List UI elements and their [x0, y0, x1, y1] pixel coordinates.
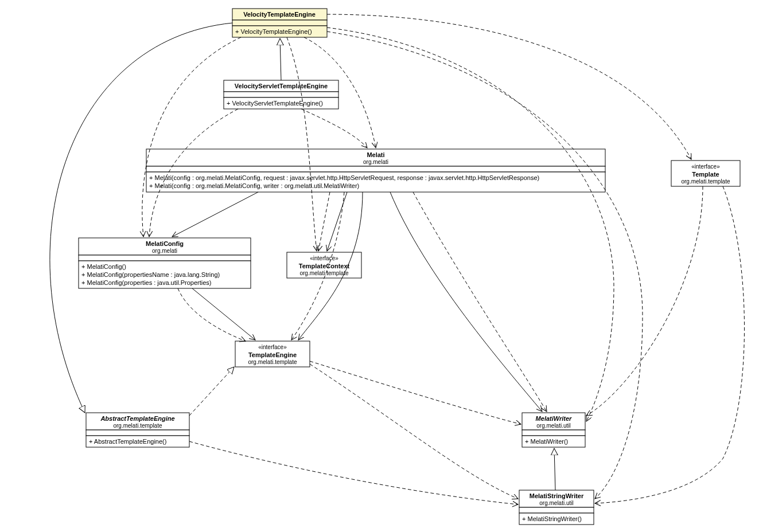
class-member: + MelatiConfig() [81, 263, 126, 270]
class-member: + VelocityServletTemplateEngine() [227, 100, 323, 107]
class-member: + Melati(config : org.melati.MelatiConfi… [149, 174, 539, 181]
edge-melati-to-melaticonfig [172, 192, 258, 237]
edge-templateengine-to-melatiwriter [310, 361, 521, 424]
edge-msw-to-mw [554, 448, 555, 490]
edge-melati-to-templatecontext [327, 192, 347, 251]
edge-vte-to-templatecontext [287, 37, 317, 251]
class-title: TemplateEngine [248, 351, 297, 358]
edge-templateengine-to-melatistringwriter [310, 364, 518, 499]
class-member: + Melati(config : org.melati.MelatiConfi… [149, 182, 359, 189]
uml-diagram: VelocityTemplateEngine + VelocityTemplat… [0, 0, 759, 532]
svg-rect-15 [86, 430, 189, 436]
class-title: TemplateContext [299, 263, 350, 269]
class-package: org.melati [152, 248, 177, 254]
svg-rect-7 [146, 166, 605, 172]
class-title: VelocityServletTemplateEngine [235, 83, 328, 89]
class-template-context: «interface» TemplateContext org.melati.t… [287, 252, 361, 278]
class-stereotype: «interface» [258, 344, 287, 350]
class-stereotype: «interface» [310, 255, 338, 261]
class-package: org.melati.template [113, 423, 162, 429]
class-title: Template [692, 171, 719, 178]
class-template: «interface» Template org.melati.template [671, 161, 740, 186]
class-template-engine: «interface» TemplateEngine org.melati.te… [235, 341, 310, 367]
class-title: MelatiStringWriter [530, 492, 584, 499]
class-member: + VelocityTemplateEngine() [235, 28, 312, 35]
svg-rect-4 [224, 92, 338, 97]
edge-vte-to-template [327, 14, 691, 159]
edge-vste-to-melati [301, 109, 367, 148]
edge-vste-to-vte [280, 38, 281, 80]
svg-rect-18 [522, 430, 585, 436]
class-title: MelatiWriter [536, 415, 572, 422]
class-title: MelatiConfig [146, 240, 184, 247]
class-melati: Melati org.melati + Melati(config : org.… [146, 149, 605, 192]
class-member: + AbstractTemplateEngine() [89, 438, 166, 445]
svg-rect-1 [232, 20, 327, 26]
class-title: Melati [367, 151, 384, 158]
edge-vte-to-ate [50, 23, 232, 413]
edge-template-to-melatiwriter [586, 186, 703, 416]
edge-melati-to-templatecontext-dep [318, 192, 330, 251]
class-package: org.melati.template [299, 270, 348, 276]
class-title: AbstractTemplateEngine [100, 415, 174, 422]
edge-ate-to-melatistringwriter [189, 441, 518, 504]
class-member: + MelatiStringWriter() [522, 515, 582, 522]
edge-vte-to-melatiwriter [327, 28, 614, 421]
edge-melaticonfig-to-templateengine-dep [178, 288, 246, 341]
class-package: org.melati.util [539, 500, 573, 506]
edge-ate-to-templateengine [189, 367, 234, 416]
class-package: org.melati.util [536, 423, 570, 429]
class-melati-string-writer: MelatiStringWriter org.melati.util + Mel… [519, 490, 594, 525]
class-velocity-template-engine: VelocityTemplateEngine + VelocityTemplat… [232, 9, 327, 37]
edge-vte-to-melatistringwriter [327, 32, 643, 499]
class-package: org.melati [363, 159, 388, 165]
class-melati-writer: MelatiWriter org.melati.util + MelatiWri… [522, 413, 585, 447]
class-member: + MelatiConfig(propertiesName : java.lan… [81, 271, 220, 278]
edge-melaticonfig-to-templateengine [192, 288, 255, 340]
class-package: org.melati.template [248, 359, 297, 365]
edge-melati-to-melatiwriter-dep [413, 192, 547, 412]
class-abstract-template-engine: AbstractTemplateEngine org.melati.templa… [86, 413, 189, 447]
edge-template-to-melatistringwriter-long [595, 186, 745, 503]
class-member: + MelatiWriter() [525, 438, 568, 445]
class-package: org.melati.template [681, 178, 730, 185]
class-melati-config: MelatiConfig org.melati + MelatiConfig()… [79, 238, 251, 288]
edge-melati-to-melatiwriter [390, 192, 542, 412]
class-stereotype: «interface» [691, 163, 720, 170]
svg-rect-21 [519, 507, 594, 513]
class-velocity-servlet-template-engine: VelocityServletTemplateEngine + Velocity… [224, 80, 338, 109]
class-title: VelocityTemplateEngine [243, 11, 316, 18]
edge-vte-to-melaticonfig [142, 37, 241, 237]
class-member: + MelatiConfig(properties : java.util.Pr… [81, 279, 212, 286]
svg-rect-10 [79, 255, 251, 261]
